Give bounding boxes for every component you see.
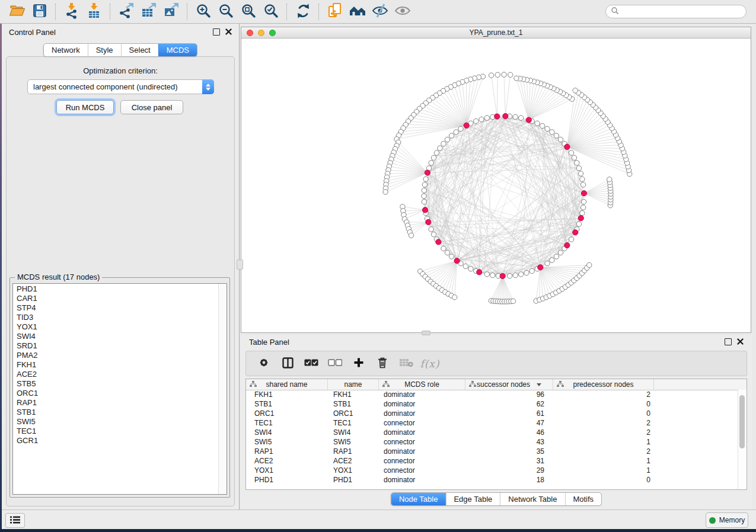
open-session-button[interactable]: [6, 2, 28, 21]
column-header-name[interactable]: name: [328, 379, 379, 390]
network-view-window: YPA_prune.txt_1: [241, 27, 751, 333]
task-history-button[interactable]: [5, 513, 25, 528]
mcds-result-item[interactable]: GCR1: [13, 436, 218, 446]
mcds-result-item[interactable]: RAP1: [13, 398, 218, 408]
tab-style[interactable]: Style: [88, 44, 121, 56]
zoom-in-icon: [196, 3, 212, 21]
delete-table-button[interactable]: [398, 355, 414, 372]
memory-button[interactable]: Memory: [706, 512, 748, 528]
table-row[interactable]: RAP1RAP1dominator352: [246, 447, 738, 456]
zoom-selected-icon: [263, 3, 279, 21]
mcds-result-item[interactable]: SWI4: [13, 332, 218, 341]
optimization-criterion-select[interactable]: largest connected component (undirected): [27, 79, 214, 94]
network-window-titlebar[interactable]: YPA_prune.txt_1: [241, 27, 751, 39]
search-field[interactable]: [605, 5, 747, 18]
select-all-button[interactable]: [303, 355, 320, 372]
run-mcds-button[interactable]: Run MCDS: [56, 100, 114, 114]
tab-motifs[interactable]: Motifs: [564, 493, 601, 505]
table-row[interactable]: ACE2ACE2connector311: [246, 456, 738, 466]
export-network-button[interactable]: [115, 2, 138, 21]
open-folder-icon: [9, 3, 25, 20]
column-header-mcds-role[interactable]: MCDS role: [379, 379, 465, 390]
create-column-button[interactable]: [350, 355, 367, 372]
zoom-in-button[interactable]: [192, 2, 215, 21]
table-row[interactable]: ORC1ORC1dominator610: [246, 409, 738, 418]
tab-network[interactable]: Network: [44, 44, 88, 56]
float-panel-icon[interactable]: [213, 28, 220, 36]
mcds-result-listbox[interactable]: PHD1CAR1STP4TID3YOX1SWI4SRD1PMA2FKH1ACE2…: [12, 283, 227, 495]
splitter-handle[interactable]: [422, 331, 430, 335]
search-input[interactable]: [619, 7, 746, 17]
table-cell: FKH1: [246, 390, 328, 399]
close-panel-icon[interactable]: [225, 28, 232, 37]
show-hidden-button[interactable]: [391, 2, 414, 21]
table-cell: SWI5: [246, 438, 328, 446]
save-session-button[interactable]: [28, 2, 51, 21]
table-row[interactable]: PHD1PHD1dominator180: [246, 475, 738, 485]
mcds-result-item[interactable]: SWI5: [13, 417, 218, 427]
hide-selected-button[interactable]: [369, 2, 391, 21]
refresh-view-button[interactable]: [292, 2, 314, 21]
show-all-button[interactable]: [346, 2, 369, 21]
function-builder-button[interactable]: f(x): [422, 355, 438, 372]
table-row[interactable]: SWI4SWI4dominator462: [246, 428, 738, 437]
mcds-result-item[interactable]: STB1: [13, 408, 218, 417]
mcds-result-item[interactable]: ORC1: [13, 389, 218, 398]
table-cell: PHD1: [246, 476, 328, 484]
export-table-icon: [141, 2, 157, 21]
mcds-result-item[interactable]: CAR1: [13, 294, 218, 303]
import-table-button[interactable]: [83, 2, 106, 21]
table-row[interactable]: TEC1TEC1connector472: [246, 418, 738, 428]
table-cell: 31: [465, 457, 553, 465]
float-panel-icon[interactable]: [725, 338, 732, 345]
network-canvas[interactable]: [241, 39, 751, 332]
zoom-selected-button[interactable]: [260, 2, 282, 21]
tab-node-table[interactable]: Node Table: [391, 493, 446, 505]
close-panel-button[interactable]: Close panel: [120, 100, 183, 114]
column-header-shared-name[interactable]: shared name: [246, 379, 328, 390]
zoom-out-button[interactable]: [215, 2, 237, 21]
splitter-handle[interactable]: [237, 259, 243, 270]
mcds-list-scrollbar[interactable]: [218, 284, 227, 494]
table-row[interactable]: SWI5SWI5connector431: [246, 437, 738, 447]
mcds-result-item[interactable]: PMA2: [13, 351, 218, 360]
mcds-result-item[interactable]: ACE2: [13, 370, 218, 379]
table-row[interactable]: FKH1FKH1dominator962: [246, 390, 738, 399]
table-cell: 29: [465, 466, 553, 475]
tab-mcds[interactable]: MCDS: [158, 44, 197, 56]
tab-select[interactable]: Select: [121, 44, 158, 56]
table-row[interactable]: YOX1YOX1connector291: [246, 466, 738, 475]
deselect-all-button[interactable]: [327, 355, 343, 372]
mcds-result-item[interactable]: STB5: [13, 379, 218, 389]
delete-columns-button[interactable]: [374, 355, 391, 372]
table-scrollbar-thumb[interactable]: [739, 395, 745, 448]
table-cell: connector: [379, 438, 465, 446]
duplicate-network-button[interactable]: [324, 2, 346, 21]
mcds-result-item[interactable]: SRD1: [13, 341, 218, 351]
selected-criterion: largest connected component (undirected): [28, 82, 202, 91]
zoom-fit-button[interactable]: [237, 2, 260, 21]
import-network-button[interactable]: [60, 2, 83, 21]
mcds-result-item[interactable]: TID3: [13, 313, 218, 322]
memory-status-dot-icon: [709, 517, 716, 524]
column-header-successor-nodes[interactable]: successor nodes: [465, 379, 553, 390]
main-toolbar: [0, 0, 756, 24]
column-header-predecessor-nodes[interactable]: predecessor nodes: [553, 379, 654, 390]
mcds-result-item[interactable]: STP4: [13, 303, 218, 313]
mcds-result-item[interactable]: YOX1: [13, 322, 218, 332]
mcds-result-item[interactable]: TEC1: [13, 427, 218, 436]
export-image-button[interactable]: [160, 2, 183, 21]
export-table-button[interactable]: [138, 2, 160, 21]
show-columns-button[interactable]: [279, 355, 296, 372]
column-header-filler: [654, 379, 747, 390]
delete-table-icon: [399, 358, 413, 369]
mcds-result-item[interactable]: FKH1: [13, 360, 218, 370]
table-scrollbar[interactable]: [738, 390, 747, 489]
close-panel-icon[interactable]: [737, 338, 744, 347]
table-row[interactable]: STB1STB1dominator620: [246, 399, 738, 409]
tab-edge-table[interactable]: Edge Table: [445, 493, 500, 505]
tab-network-table[interactable]: Network Table: [500, 493, 564, 505]
mcds-result-item[interactable]: PHD1: [13, 284, 218, 294]
table-options-button[interactable]: [256, 355, 272, 372]
table-cell: 96: [465, 390, 553, 399]
